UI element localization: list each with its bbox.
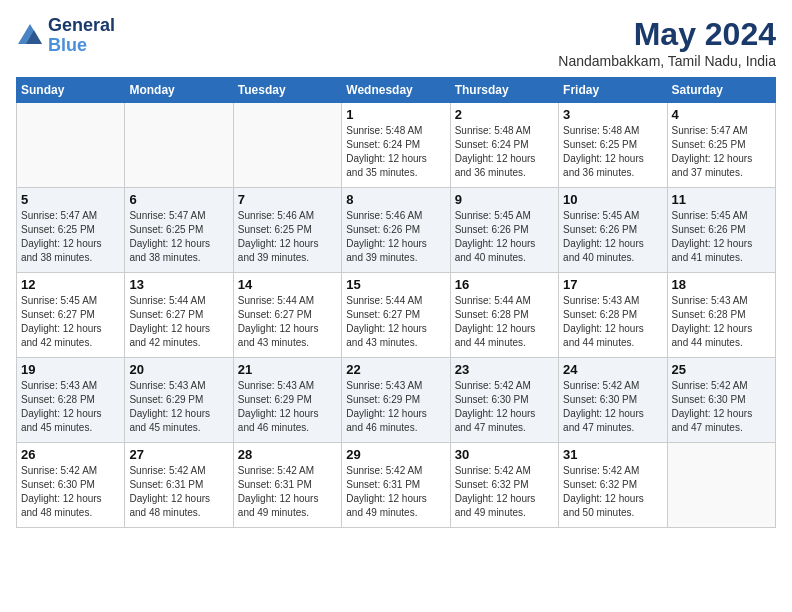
day-number: 16 [455,277,554,292]
day-info: Sunrise: 5:42 AMSunset: 6:30 PMDaylight:… [21,464,120,520]
day-info: Sunrise: 5:42 AMSunset: 6:32 PMDaylight:… [455,464,554,520]
day-info: Sunrise: 5:48 AMSunset: 6:24 PMDaylight:… [455,124,554,180]
calendar-day-header: Wednesday [342,78,450,103]
calendar-cell [17,103,125,188]
calendar-cell: 13Sunrise: 5:44 AMSunset: 6:27 PMDayligh… [125,273,233,358]
day-info: Sunrise: 5:43 AMSunset: 6:28 PMDaylight:… [563,294,662,350]
day-number: 14 [238,277,337,292]
day-info: Sunrise: 5:47 AMSunset: 6:25 PMDaylight:… [129,209,228,265]
calendar-cell: 17Sunrise: 5:43 AMSunset: 6:28 PMDayligh… [559,273,667,358]
calendar-cell: 9Sunrise: 5:45 AMSunset: 6:26 PMDaylight… [450,188,558,273]
calendar-day-header: Friday [559,78,667,103]
calendar-cell [233,103,341,188]
logo-text: General Blue [48,16,115,56]
day-number: 27 [129,447,228,462]
day-info: Sunrise: 5:42 AMSunset: 6:31 PMDaylight:… [238,464,337,520]
day-number: 5 [21,192,120,207]
calendar-cell: 26Sunrise: 5:42 AMSunset: 6:30 PMDayligh… [17,443,125,528]
day-number: 21 [238,362,337,377]
title-block: May 2024 Nandambakkam, Tamil Nadu, India [558,16,776,69]
day-number: 13 [129,277,228,292]
day-info: Sunrise: 5:45 AMSunset: 6:26 PMDaylight:… [672,209,771,265]
location: Nandambakkam, Tamil Nadu, India [558,53,776,69]
calendar-cell [667,443,775,528]
logo: General Blue [16,16,115,56]
day-info: Sunrise: 5:42 AMSunset: 6:30 PMDaylight:… [455,379,554,435]
day-info: Sunrise: 5:44 AMSunset: 6:27 PMDaylight:… [238,294,337,350]
day-number: 11 [672,192,771,207]
calendar-cell: 23Sunrise: 5:42 AMSunset: 6:30 PMDayligh… [450,358,558,443]
calendar-cell: 28Sunrise: 5:42 AMSunset: 6:31 PMDayligh… [233,443,341,528]
day-info: Sunrise: 5:44 AMSunset: 6:27 PMDaylight:… [129,294,228,350]
calendar-cell: 16Sunrise: 5:44 AMSunset: 6:28 PMDayligh… [450,273,558,358]
calendar-day-header: Saturday [667,78,775,103]
day-info: Sunrise: 5:43 AMSunset: 6:29 PMDaylight:… [346,379,445,435]
calendar-cell: 4Sunrise: 5:47 AMSunset: 6:25 PMDaylight… [667,103,775,188]
day-number: 28 [238,447,337,462]
calendar-cell: 24Sunrise: 5:42 AMSunset: 6:30 PMDayligh… [559,358,667,443]
day-number: 29 [346,447,445,462]
day-info: Sunrise: 5:44 AMSunset: 6:27 PMDaylight:… [346,294,445,350]
calendar-cell: 27Sunrise: 5:42 AMSunset: 6:31 PMDayligh… [125,443,233,528]
calendar-cell: 20Sunrise: 5:43 AMSunset: 6:29 PMDayligh… [125,358,233,443]
calendar-body: 1Sunrise: 5:48 AMSunset: 6:24 PMDaylight… [17,103,776,528]
calendar-cell: 10Sunrise: 5:45 AMSunset: 6:26 PMDayligh… [559,188,667,273]
day-number: 17 [563,277,662,292]
day-info: Sunrise: 5:43 AMSunset: 6:29 PMDaylight:… [129,379,228,435]
day-info: Sunrise: 5:45 AMSunset: 6:26 PMDaylight:… [563,209,662,265]
calendar-cell: 1Sunrise: 5:48 AMSunset: 6:24 PMDaylight… [342,103,450,188]
day-number: 19 [21,362,120,377]
day-info: Sunrise: 5:48 AMSunset: 6:24 PMDaylight:… [346,124,445,180]
calendar-cell: 5Sunrise: 5:47 AMSunset: 6:25 PMDaylight… [17,188,125,273]
calendar-day-header: Sunday [17,78,125,103]
calendar-week-row: 1Sunrise: 5:48 AMSunset: 6:24 PMDaylight… [17,103,776,188]
day-info: Sunrise: 5:45 AMSunset: 6:27 PMDaylight:… [21,294,120,350]
calendar-cell: 25Sunrise: 5:42 AMSunset: 6:30 PMDayligh… [667,358,775,443]
month-title: May 2024 [558,16,776,53]
day-number: 26 [21,447,120,462]
day-info: Sunrise: 5:47 AMSunset: 6:25 PMDaylight:… [21,209,120,265]
calendar-table: SundayMondayTuesdayWednesdayThursdayFrid… [16,77,776,528]
day-number: 1 [346,107,445,122]
calendar-cell: 3Sunrise: 5:48 AMSunset: 6:25 PMDaylight… [559,103,667,188]
day-info: Sunrise: 5:42 AMSunset: 6:31 PMDaylight:… [129,464,228,520]
day-info: Sunrise: 5:45 AMSunset: 6:26 PMDaylight:… [455,209,554,265]
day-number: 23 [455,362,554,377]
day-info: Sunrise: 5:42 AMSunset: 6:31 PMDaylight:… [346,464,445,520]
day-number: 12 [21,277,120,292]
day-number: 15 [346,277,445,292]
day-info: Sunrise: 5:44 AMSunset: 6:28 PMDaylight:… [455,294,554,350]
calendar-day-header: Tuesday [233,78,341,103]
calendar-cell: 31Sunrise: 5:42 AMSunset: 6:32 PMDayligh… [559,443,667,528]
calendar-cell: 8Sunrise: 5:46 AMSunset: 6:26 PMDaylight… [342,188,450,273]
day-number: 18 [672,277,771,292]
day-info: Sunrise: 5:47 AMSunset: 6:25 PMDaylight:… [672,124,771,180]
day-number: 8 [346,192,445,207]
calendar-cell: 29Sunrise: 5:42 AMSunset: 6:31 PMDayligh… [342,443,450,528]
calendar-cell: 12Sunrise: 5:45 AMSunset: 6:27 PMDayligh… [17,273,125,358]
calendar-header-row: SundayMondayTuesdayWednesdayThursdayFrid… [17,78,776,103]
day-info: Sunrise: 5:48 AMSunset: 6:25 PMDaylight:… [563,124,662,180]
day-number: 6 [129,192,228,207]
calendar-cell: 21Sunrise: 5:43 AMSunset: 6:29 PMDayligh… [233,358,341,443]
calendar-cell: 11Sunrise: 5:45 AMSunset: 6:26 PMDayligh… [667,188,775,273]
calendar-week-row: 12Sunrise: 5:45 AMSunset: 6:27 PMDayligh… [17,273,776,358]
calendar-day-header: Thursday [450,78,558,103]
calendar-cell: 6Sunrise: 5:47 AMSunset: 6:25 PMDaylight… [125,188,233,273]
day-info: Sunrise: 5:42 AMSunset: 6:32 PMDaylight:… [563,464,662,520]
calendar-week-row: 26Sunrise: 5:42 AMSunset: 6:30 PMDayligh… [17,443,776,528]
day-info: Sunrise: 5:46 AMSunset: 6:25 PMDaylight:… [238,209,337,265]
day-number: 31 [563,447,662,462]
day-info: Sunrise: 5:42 AMSunset: 6:30 PMDaylight:… [672,379,771,435]
day-number: 4 [672,107,771,122]
page-header: General Blue May 2024 Nandambakkam, Tami… [16,16,776,69]
calendar-cell: 18Sunrise: 5:43 AMSunset: 6:28 PMDayligh… [667,273,775,358]
calendar-week-row: 19Sunrise: 5:43 AMSunset: 6:28 PMDayligh… [17,358,776,443]
day-number: 25 [672,362,771,377]
day-info: Sunrise: 5:46 AMSunset: 6:26 PMDaylight:… [346,209,445,265]
day-number: 30 [455,447,554,462]
calendar-cell: 30Sunrise: 5:42 AMSunset: 6:32 PMDayligh… [450,443,558,528]
calendar-cell: 2Sunrise: 5:48 AMSunset: 6:24 PMDaylight… [450,103,558,188]
day-info: Sunrise: 5:43 AMSunset: 6:29 PMDaylight:… [238,379,337,435]
calendar-cell: 7Sunrise: 5:46 AMSunset: 6:25 PMDaylight… [233,188,341,273]
